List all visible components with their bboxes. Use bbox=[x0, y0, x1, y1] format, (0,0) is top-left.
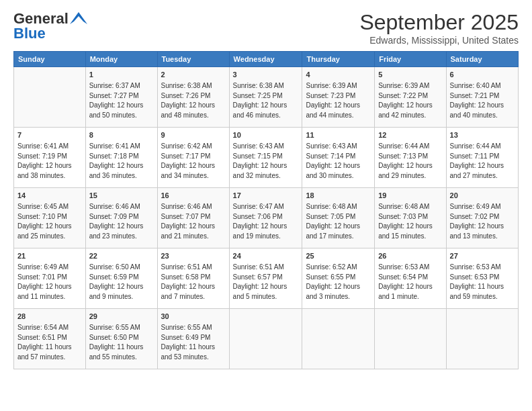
calendar-day-header: Friday bbox=[375, 52, 446, 67]
day-number: 7 bbox=[17, 130, 82, 140]
day-number: 9 bbox=[161, 130, 226, 140]
calendar-cell bbox=[375, 309, 446, 369]
calendar-cell bbox=[229, 309, 302, 369]
calendar-day-header: Monday bbox=[85, 52, 157, 67]
calendar-cell: 2Sunrise: 6:38 AM Sunset: 7:26 PM Daylig… bbox=[157, 67, 229, 128]
day-number: 24 bbox=[233, 251, 299, 261]
calendar-cell: 27Sunrise: 6:53 AM Sunset: 6:53 PM Dayli… bbox=[446, 248, 518, 309]
logo-bird-icon bbox=[70, 12, 87, 24]
calendar-cell: 3Sunrise: 6:38 AM Sunset: 7:25 PM Daylig… bbox=[229, 67, 302, 128]
day-number: 23 bbox=[161, 251, 226, 261]
day-info: Sunrise: 6:46 AM Sunset: 7:07 PM Dayligh… bbox=[161, 202, 226, 241]
calendar-cell: 8Sunrise: 6:41 AM Sunset: 7:18 PM Daylig… bbox=[85, 128, 157, 188]
day-info: Sunrise: 6:39 AM Sunset: 7:23 PM Dayligh… bbox=[306, 81, 371, 120]
day-number: 4 bbox=[306, 70, 371, 80]
calendar-cell: 11Sunrise: 6:43 AM Sunset: 7:14 PM Dayli… bbox=[302, 128, 375, 188]
calendar-day-header: Thursday bbox=[302, 52, 375, 67]
calendar-cell: 12Sunrise: 6:44 AM Sunset: 7:13 PM Dayli… bbox=[375, 128, 446, 188]
day-info: Sunrise: 6:43 AM Sunset: 7:14 PM Dayligh… bbox=[306, 142, 371, 181]
calendar-cell bbox=[302, 309, 375, 369]
day-info: Sunrise: 6:39 AM Sunset: 7:22 PM Dayligh… bbox=[378, 81, 442, 120]
day-info: Sunrise: 6:55 AM Sunset: 6:50 PM Dayligh… bbox=[89, 323, 154, 362]
calendar-cell: 13Sunrise: 6:44 AM Sunset: 7:11 PM Dayli… bbox=[446, 128, 518, 188]
day-info: Sunrise: 6:49 AM Sunset: 7:02 PM Dayligh… bbox=[450, 202, 515, 241]
day-info: Sunrise: 6:44 AM Sunset: 7:13 PM Dayligh… bbox=[378, 142, 442, 181]
calendar-cell: 22Sunrise: 6:50 AM Sunset: 6:59 PM Dayli… bbox=[85, 248, 157, 309]
calendar-cell: 20Sunrise: 6:49 AM Sunset: 7:02 PM Dayli… bbox=[446, 188, 518, 248]
calendar-week-row: 28Sunrise: 6:54 AM Sunset: 6:51 PM Dayli… bbox=[14, 309, 519, 369]
calendar-cell: 1Sunrise: 6:37 AM Sunset: 7:27 PM Daylig… bbox=[85, 67, 157, 128]
day-info: Sunrise: 6:42 AM Sunset: 7:17 PM Dayligh… bbox=[161, 142, 226, 181]
day-info: Sunrise: 6:50 AM Sunset: 6:59 PM Dayligh… bbox=[89, 263, 154, 302]
calendar-cell: 28Sunrise: 6:54 AM Sunset: 6:51 PM Dayli… bbox=[14, 309, 86, 369]
day-info: Sunrise: 6:51 AM Sunset: 6:58 PM Dayligh… bbox=[161, 263, 226, 302]
day-number: 13 bbox=[450, 130, 515, 140]
day-info: Sunrise: 6:53 AM Sunset: 6:54 PM Dayligh… bbox=[378, 263, 442, 302]
logo-blue-text: Blue bbox=[13, 25, 46, 42]
location-title: Edwards, Mississippi, United States bbox=[359, 35, 519, 46]
day-info: Sunrise: 6:44 AM Sunset: 7:11 PM Dayligh… bbox=[450, 142, 515, 181]
calendar-cell: 16Sunrise: 6:46 AM Sunset: 7:07 PM Dayli… bbox=[157, 188, 229, 248]
calendar-table: SundayMondayTuesdayWednesdayThursdayFrid… bbox=[13, 51, 519, 369]
day-info: Sunrise: 6:43 AM Sunset: 7:15 PM Dayligh… bbox=[233, 142, 299, 181]
day-number: 30 bbox=[161, 312, 226, 322]
day-info: Sunrise: 6:48 AM Sunset: 7:03 PM Dayligh… bbox=[378, 202, 442, 241]
calendar-week-row: 14Sunrise: 6:45 AM Sunset: 7:10 PM Dayli… bbox=[14, 188, 519, 248]
calendar-cell: 23Sunrise: 6:51 AM Sunset: 6:58 PM Dayli… bbox=[157, 248, 229, 309]
day-info: Sunrise: 6:54 AM Sunset: 6:51 PM Dayligh… bbox=[17, 323, 82, 362]
calendar-cell: 21Sunrise: 6:49 AM Sunset: 7:01 PM Dayli… bbox=[14, 248, 86, 309]
day-info: Sunrise: 6:37 AM Sunset: 7:27 PM Dayligh… bbox=[89, 81, 154, 120]
day-info: Sunrise: 6:45 AM Sunset: 7:10 PM Dayligh… bbox=[17, 202, 82, 241]
calendar-header-row: SundayMondayTuesdayWednesdayThursdayFrid… bbox=[14, 52, 519, 67]
day-number: 20 bbox=[450, 191, 515, 201]
calendar-cell: 25Sunrise: 6:52 AM Sunset: 6:55 PM Dayli… bbox=[302, 248, 375, 309]
calendar-body: 1Sunrise: 6:37 AM Sunset: 7:27 PM Daylig… bbox=[14, 67, 519, 369]
day-number: 26 bbox=[378, 251, 442, 261]
header: General Blue September 2025 Edwards, Mis… bbox=[13, 10, 519, 46]
calendar-cell: 17Sunrise: 6:47 AM Sunset: 7:06 PM Dayli… bbox=[229, 188, 302, 248]
day-number: 27 bbox=[450, 251, 515, 261]
day-info: Sunrise: 6:55 AM Sunset: 6:49 PM Dayligh… bbox=[161, 323, 226, 362]
month-title: September 2025 bbox=[359, 10, 519, 35]
day-number: 6 bbox=[450, 70, 515, 80]
calendar-cell: 9Sunrise: 6:42 AM Sunset: 7:17 PM Daylig… bbox=[157, 128, 229, 188]
day-number: 10 bbox=[233, 130, 299, 140]
calendar-day-header: Wednesday bbox=[229, 52, 302, 67]
calendar-cell: 15Sunrise: 6:46 AM Sunset: 7:09 PM Dayli… bbox=[85, 188, 157, 248]
day-info: Sunrise: 6:40 AM Sunset: 7:21 PM Dayligh… bbox=[450, 81, 515, 120]
calendar-cell: 6Sunrise: 6:40 AM Sunset: 7:21 PM Daylig… bbox=[446, 67, 518, 128]
calendar-cell bbox=[14, 67, 86, 128]
svg-marker-0 bbox=[70, 12, 87, 24]
day-number: 21 bbox=[17, 251, 82, 261]
calendar-cell: 7Sunrise: 6:41 AM Sunset: 7:19 PM Daylig… bbox=[14, 128, 86, 188]
calendar-cell: 5Sunrise: 6:39 AM Sunset: 7:22 PM Daylig… bbox=[375, 67, 446, 128]
day-info: Sunrise: 6:51 AM Sunset: 6:57 PM Dayligh… bbox=[233, 263, 299, 302]
logo: General Blue bbox=[13, 10, 87, 42]
day-info: Sunrise: 6:49 AM Sunset: 7:01 PM Dayligh… bbox=[17, 263, 82, 302]
day-info: Sunrise: 6:41 AM Sunset: 7:19 PM Dayligh… bbox=[17, 142, 82, 181]
day-info: Sunrise: 6:53 AM Sunset: 6:53 PM Dayligh… bbox=[450, 263, 515, 302]
day-info: Sunrise: 6:48 AM Sunset: 7:05 PM Dayligh… bbox=[306, 202, 371, 241]
calendar-day-header: Tuesday bbox=[157, 52, 229, 67]
day-number: 28 bbox=[17, 312, 82, 322]
day-number: 29 bbox=[89, 312, 154, 322]
day-info: Sunrise: 6:38 AM Sunset: 7:26 PM Dayligh… bbox=[161, 81, 226, 120]
calendar-week-row: 1Sunrise: 6:37 AM Sunset: 7:27 PM Daylig… bbox=[14, 67, 519, 128]
calendar-cell: 18Sunrise: 6:48 AM Sunset: 7:05 PM Dayli… bbox=[302, 188, 375, 248]
day-number: 3 bbox=[233, 70, 299, 80]
day-number: 25 bbox=[306, 251, 371, 261]
day-number: 14 bbox=[17, 191, 82, 201]
day-number: 22 bbox=[89, 251, 154, 261]
day-number: 16 bbox=[161, 191, 226, 201]
day-number: 12 bbox=[378, 130, 442, 140]
day-info: Sunrise: 6:38 AM Sunset: 7:25 PM Dayligh… bbox=[233, 81, 299, 120]
day-number: 8 bbox=[89, 130, 154, 140]
calendar-cell: 4Sunrise: 6:39 AM Sunset: 7:23 PM Daylig… bbox=[302, 67, 375, 128]
calendar-cell bbox=[446, 309, 518, 369]
calendar-cell: 30Sunrise: 6:55 AM Sunset: 6:49 PM Dayli… bbox=[157, 309, 229, 369]
calendar-cell: 10Sunrise: 6:43 AM Sunset: 7:15 PM Dayli… bbox=[229, 128, 302, 188]
title-section: September 2025 Edwards, Mississippi, Uni… bbox=[359, 10, 519, 46]
day-number: 18 bbox=[306, 191, 371, 201]
day-info: Sunrise: 6:52 AM Sunset: 6:55 PM Dayligh… bbox=[306, 263, 371, 302]
calendar-cell: 14Sunrise: 6:45 AM Sunset: 7:10 PM Dayli… bbox=[14, 188, 86, 248]
